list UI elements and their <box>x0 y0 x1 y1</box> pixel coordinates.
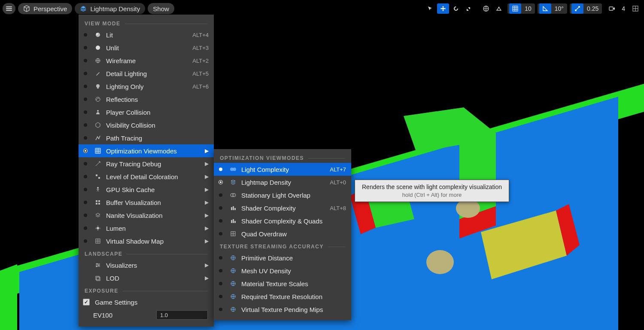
mi-virtual-shadow-map[interactable]: Virtual Shadow Map▶ <box>79 235 214 248</box>
optimization-viewmodes-submenu: OPTIMIZATION VIEWMODES Light ComplexityA… <box>214 149 351 320</box>
svg-point-19 <box>96 33 98 35</box>
lumen-icon <box>94 224 102 232</box>
mi-nanite-visualization[interactable]: Nanite Visualization▶ <box>79 209 214 222</box>
layers-icon <box>229 178 237 186</box>
camera-speed-value[interactable]: 4 <box>620 5 627 12</box>
mi-ray-tracing-debug[interactable]: Ray Tracing Debug▶ <box>79 157 214 170</box>
grid-snap-group: 10 <box>507 3 535 14</box>
move-tool[interactable] <box>437 3 449 14</box>
svg-point-25 <box>97 110 99 112</box>
perspective-dropdown[interactable]: Perspective <box>18 3 72 14</box>
scale-tool[interactable] <box>463 3 475 14</box>
chevron-right-icon: ▶ <box>204 238 209 244</box>
svg-point-37 <box>96 266 97 267</box>
section-exposure: EXPOSURE <box>79 284 214 296</box>
skeleton-icon <box>94 186 102 193</box>
mi-required-texture-resolution[interactable]: Required Texture Resolution <box>214 290 351 303</box>
mi-reflections[interactable]: Reflections <box>79 93 214 106</box>
surface-snap-toggle[interactable] <box>493 3 505 14</box>
mi-material-texture-scales[interactable]: Material Texture Scales <box>214 277 351 290</box>
chevron-right-icon: ▶ <box>204 148 209 154</box>
svg-rect-47 <box>231 220 232 223</box>
mi-detail-lighting[interactable]: Detail LightingALT+5 <box>79 67 214 80</box>
angle-snap-toggle[interactable] <box>539 3 551 14</box>
ev100-input[interactable]: 1.0 <box>156 310 208 320</box>
ev100-label: EV100 <box>93 312 150 319</box>
rotate-tool[interactable] <box>450 3 462 14</box>
camera-speed-icon[interactable] <box>606 3 618 14</box>
mi-buffer-visualization[interactable]: Buffer Visualization▶ <box>79 196 214 209</box>
mi-path-tracing[interactable]: Path Tracing <box>79 131 214 144</box>
mi-lumen[interactable]: Lumen▶ <box>79 222 214 235</box>
svg-marker-2 <box>0 264 17 330</box>
show-label: Show <box>153 5 169 12</box>
chevron-right-icon: ▶ <box>204 174 209 180</box>
mi-gpu-skin-cache[interactable]: GPU Skin Cache▶ <box>79 183 214 196</box>
scale-snap-group: 0.25 <box>570 3 602 14</box>
light-complexity-icon <box>229 165 237 173</box>
mi-visualizers[interactable]: Visualizers▶ <box>79 259 214 272</box>
viewmode-menu: VIEW MODE LitALT+4 UnlitALT+3 WireframeA… <box>79 15 214 327</box>
game-settings-label: Game Settings <box>95 299 137 306</box>
cube-icon <box>23 5 30 12</box>
mi-wireframe[interactable]: WireframeALT+2 <box>79 54 214 67</box>
select-tool[interactable] <box>424 3 436 14</box>
nanite-icon <box>94 211 102 219</box>
target-icon <box>229 306 237 313</box>
overlap-icon <box>229 191 237 199</box>
buffers-icon <box>94 199 102 206</box>
svg-rect-48 <box>233 219 234 223</box>
svg-rect-29 <box>96 200 97 202</box>
mi-mesh-uv-density[interactable]: Mesh UV Density <box>214 264 351 277</box>
viewmode-dropdown[interactable]: Lightmap Density <box>75 3 145 14</box>
svg-point-28 <box>97 187 99 189</box>
transform-tools: 10 10° 0.25 4 <box>424 3 641 14</box>
mi-virtual-texture-pending-mips[interactable]: Virtual Texture Pending Mips <box>214 303 351 316</box>
game-settings-checkbox-row[interactable]: ✓ Game Settings <box>79 296 214 309</box>
mi-lit[interactable]: LitALT+4 <box>79 28 214 41</box>
angle-snap-value[interactable]: 10° <box>553 5 565 12</box>
grid-snap-toggle[interactable] <box>509 3 521 14</box>
svg-point-15 <box>498 7 500 8</box>
mi-visibility-collision[interactable]: Visibility Collision <box>79 119 214 131</box>
mi-unlit[interactable]: UnlitALT+3 <box>79 41 214 54</box>
mi-lod-coloration[interactable]: Level of Detail Coloration▶ <box>79 170 214 183</box>
mi-lightmap-density[interactable]: Lightmap DensityALT+0 <box>214 176 351 189</box>
mi-stationary-light-overlap[interactable]: Stationary Light Overlap <box>214 189 351 202</box>
mi-shader-complexity-quads[interactable]: Shader Complexity & Quads <box>214 214 351 227</box>
svg-point-22 <box>96 84 100 88</box>
ray-icon <box>94 160 102 168</box>
brush-icon <box>94 70 102 77</box>
svg-rect-38 <box>96 276 99 280</box>
svg-rect-26 <box>96 174 97 176</box>
svg-rect-27 <box>98 177 100 179</box>
bulb-icon <box>94 82 102 90</box>
mi-shader-complexity[interactable]: Shader ComplexityALT+8 <box>214 202 351 214</box>
svg-rect-23 <box>97 88 99 89</box>
scale-snap-value[interactable]: 0.25 <box>585 5 600 12</box>
game-settings-checkbox[interactable]: ✓ <box>83 299 90 306</box>
svg-rect-30 <box>98 200 100 202</box>
chevron-right-icon: ▶ <box>204 262 209 268</box>
sphere-lit-icon <box>94 31 102 39</box>
sphere-unlit-icon <box>94 44 102 52</box>
section-texture-streaming: TEXTURE STREAMING ACCURACY <box>214 240 351 251</box>
tooltip-hint: hold (Ctrl + Alt) for more <box>362 192 502 198</box>
sliders-icon <box>94 261 102 269</box>
mi-light-complexity[interactable]: Light ComplexityALT+7 <box>214 163 351 176</box>
show-dropdown[interactable]: Show <box>148 3 174 14</box>
mi-player-collision[interactable]: Player Collision <box>79 106 214 119</box>
mi-quad-overdraw[interactable]: Quad Overdraw <box>214 227 351 240</box>
viewport-options-button[interactable] <box>3 3 15 14</box>
svg-rect-46 <box>234 208 236 210</box>
mi-primitive-distance[interactable]: Primitive Distance <box>214 251 351 264</box>
coord-space-toggle[interactable] <box>480 3 492 14</box>
scale-snap-toggle[interactable] <box>571 3 583 14</box>
mi-optimization-viewmodes[interactable]: Optimization Viewmodes▶ <box>79 144 214 157</box>
viewport-layout-button[interactable] <box>629 3 641 14</box>
mi-lod[interactable]: LOD▶ <box>79 272 214 284</box>
mi-lighting-only[interactable]: Lighting OnlyALT+6 <box>79 80 214 93</box>
grid-snap-value[interactable]: 10 <box>523 5 533 12</box>
target-icon <box>229 254 237 262</box>
vsm-icon <box>94 237 102 245</box>
